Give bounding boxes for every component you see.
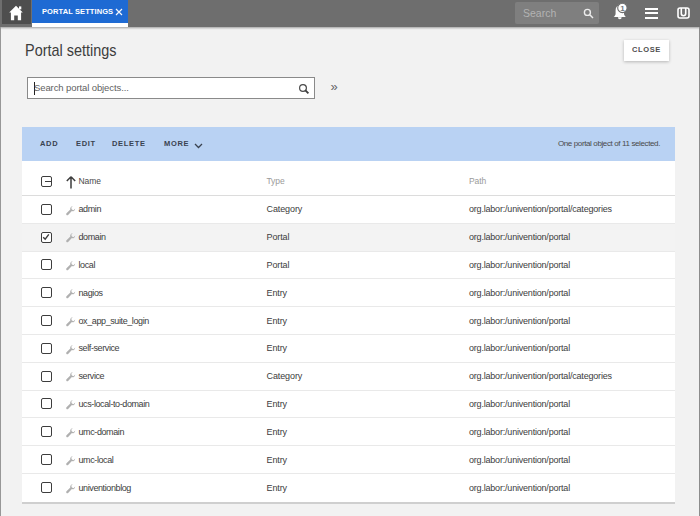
svg-text:1: 1 xyxy=(620,4,625,13)
